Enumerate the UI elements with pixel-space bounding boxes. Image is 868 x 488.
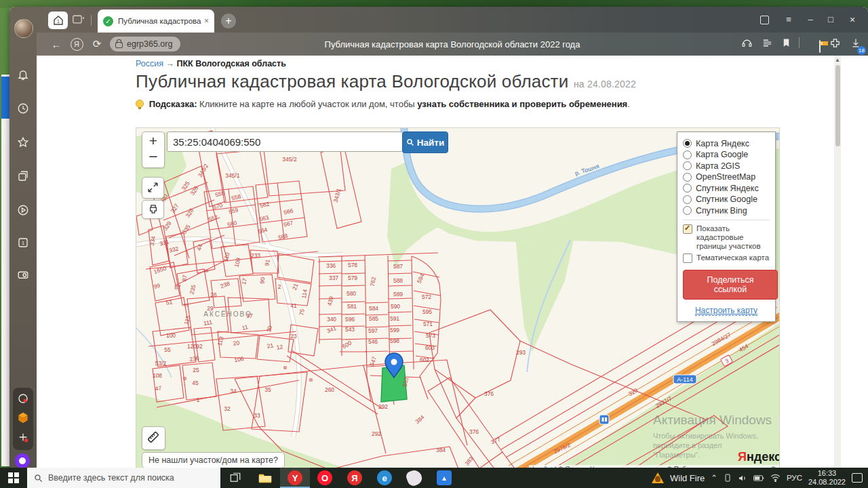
- battery-icon[interactable]: [753, 474, 764, 482]
- wifi-icon[interactable]: [770, 474, 781, 482]
- layer-option[interactable]: Карта Яндекс: [683, 139, 770, 148]
- parcel-label[interactable]: 588: [393, 277, 403, 284]
- parcel-label[interactable]: 21: [291, 283, 300, 291]
- parcel-label[interactable]: 552: [401, 376, 410, 387]
- parcel-label[interactable]: 557: [208, 214, 219, 222]
- layer-option[interactable]: Карта 2GIS: [683, 161, 770, 171]
- parcel-label[interactable]: 106: [234, 355, 245, 363]
- parcel-label[interactable]: 599: [390, 327, 399, 333]
- new-tab-button[interactable]: +: [221, 14, 236, 28]
- parcel-label[interactable]: 345/2: [282, 156, 297, 163]
- parcel-label[interactable]: 543: [345, 326, 355, 333]
- layer-option[interactable]: Спутник Google: [683, 195, 770, 204]
- parcel-label[interactable]: 23: [290, 333, 297, 340]
- video-play-icon[interactable]: [15, 202, 31, 218]
- parcel-label[interactable]: 114: [300, 289, 309, 299]
- radio-button[interactable]: [683, 161, 692, 170]
- parcel-label[interactable]: 547: [368, 355, 378, 367]
- parcel-label[interactable]: 580: [347, 290, 356, 297]
- parcel-label[interactable]: 26: [210, 291, 217, 298]
- parcel-label[interactable]: 596: [345, 316, 355, 323]
- parcel-label[interactable]: 34: [230, 388, 237, 394]
- taskbar-app-photos[interactable]: ▲: [429, 468, 459, 488]
- parcel-label[interactable]: 328: [184, 207, 195, 219]
- parcel-label[interactable]: 21: [267, 342, 274, 350]
- parcel-label[interactable]: 570: [212, 201, 224, 210]
- parcel-label[interactable]: 571: [423, 321, 433, 327]
- taskbar-app-edge[interactable]: e: [370, 468, 399, 488]
- window-minimize-button[interactable]: –: [802, 13, 819, 26]
- layer-checkbox-row[interactable]: Показать кадастровые границы участков: [683, 224, 770, 251]
- parcel-label[interactable]: 12: [276, 343, 283, 351]
- parcel-label[interactable]: 334: [149, 235, 157, 246]
- downloads-icon[interactable]: 18: [850, 37, 861, 51]
- find-button[interactable]: Найти: [402, 131, 448, 153]
- wildfire-app-icon[interactable]: [652, 472, 664, 483]
- user-avatar[interactable]: [14, 19, 33, 38]
- parcel-label[interactable]: 585: [369, 315, 378, 322]
- parcel-label[interactable]: 376: [469, 428, 479, 435]
- window-maximize-button[interactable]: □: [822, 13, 840, 26]
- parcel-label[interactable]: 11: [241, 323, 249, 331]
- back-button[interactable]: ←: [46, 39, 66, 50]
- tab-counter-icon[interactable]: 1: [15, 235, 31, 251]
- parcel-label[interactable]: 41: [290, 302, 297, 309]
- taskbar-app-task-view[interactable]: [220, 468, 250, 488]
- parcel-label[interactable]: 35: [264, 386, 271, 393]
- parcel-label[interactable]: 573: [426, 332, 435, 339]
- checkbox[interactable]: [683, 253, 692, 263]
- map-fullscreen-button[interactable]: [142, 177, 164, 199]
- parcel-label[interactable]: 562: [259, 200, 271, 209]
- parcel-label[interactable]: 572: [422, 293, 431, 300]
- parcel-label[interactable]: 590: [391, 303, 400, 310]
- parcel-label[interactable]: 20: [233, 339, 240, 347]
- map-print-button[interactable]: [142, 200, 164, 219]
- cadastral-map[interactable]: р. Тошня АКСЁНОВО 343/2345/1345/2343/132…: [136, 127, 780, 468]
- parcel-label[interactable]: 584: [369, 305, 378, 312]
- parcel-label[interactable]: 587: [393, 263, 403, 270]
- parcel-label[interactable]: 92: [196, 343, 203, 350]
- radio-button[interactable]: [683, 206, 692, 215]
- layer-option[interactable]: Спутник Bing: [683, 206, 770, 216]
- battery-saver-icon[interactable]: [819, 41, 821, 54]
- start-button[interactable]: [0, 468, 27, 488]
- parcel-label[interactable]: 603: [425, 344, 435, 351]
- parcel-label[interactable]: 602: [420, 357, 429, 363]
- parcel-label[interactable]: 579: [348, 274, 357, 281]
- alice-assistant-icon[interactable]: [14, 453, 31, 468]
- parcel-label[interactable]: 33: [254, 412, 260, 419]
- parcel-label[interactable]: 29: [207, 305, 214, 312]
- taskbar-search[interactable]: Введите здесь текст для поиска: [27, 468, 220, 488]
- phone-link-icon[interactable]: [724, 473, 732, 483]
- parcel-label[interactable]: 30: [265, 325, 273, 333]
- parcel-label[interactable]: 109: [233, 257, 241, 268]
- parcel-label[interactable]: 345/1: [225, 172, 240, 179]
- screenshot-camera-icon[interactable]: [15, 266, 31, 283]
- parcel-label[interactable]: 87: [174, 284, 181, 291]
- parcel-label[interactable]: 343/1: [332, 187, 342, 203]
- parcel-label[interactable]: 113: [216, 336, 225, 346]
- parcel-label[interactable]: 238: [220, 280, 231, 289]
- parcel-label[interactable]: 600: [341, 339, 353, 350]
- parcel-label[interactable]: 120: [187, 343, 197, 350]
- parcel-label[interactable]: 598: [390, 338, 399, 344]
- tab-close-icon[interactable]: ×: [204, 16, 209, 26]
- parcel-label[interactable]: 566: [283, 207, 294, 216]
- parcel-label[interactable]: 327: [169, 202, 180, 214]
- parcel-label[interactable]: 578: [348, 262, 357, 268]
- layer-option[interactable]: Карта Google: [683, 150, 770, 159]
- parcel-label[interactable]: 47: [155, 384, 162, 392]
- extensions-icon[interactable]: [829, 37, 841, 51]
- browser-menu-icon[interactable]: ≡: [780, 13, 797, 26]
- tab-panels-icon[interactable]: [755, 13, 773, 26]
- parcel-label[interactable]: 233: [251, 252, 260, 259]
- parcel-label[interactable]: 595: [422, 308, 432, 315]
- parcel-label[interactable]: 100: [166, 332, 176, 339]
- yandex-button[interactable]: Я: [66, 37, 87, 51]
- radio-button[interactable]: [683, 150, 692, 159]
- parcel-label[interactable]: 260: [325, 386, 334, 393]
- parcel-label[interactable]: 597: [368, 327, 378, 334]
- parcel-label[interactable]: 53/2: [155, 360, 167, 367]
- parcel-label[interactable]: 376: [484, 390, 494, 397]
- parcel-label[interactable]: 17: [240, 277, 248, 285]
